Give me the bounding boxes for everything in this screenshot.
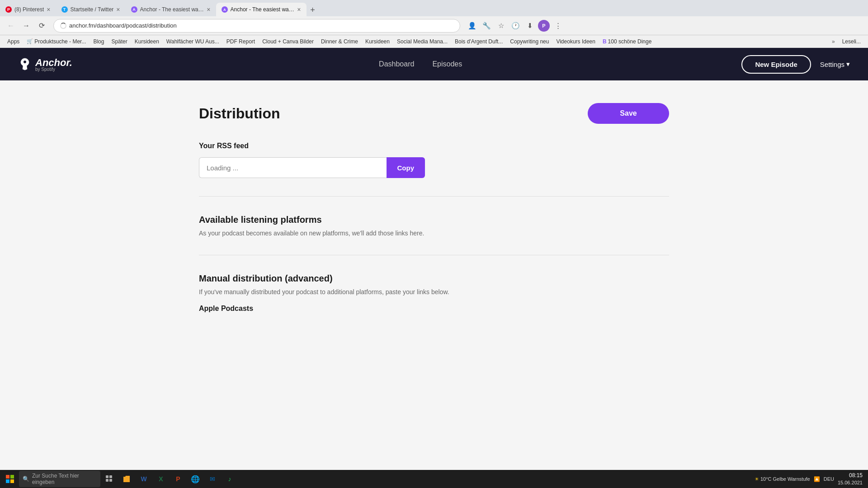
tab-close-active-icon[interactable]: × (297, 6, 301, 13)
rss-feed-input[interactable] (199, 157, 387, 178)
bookmark-videokurs[interactable]: Videokurs Ideen (553, 38, 598, 46)
browser-taskbar[interactable]: 🌐 (187, 471, 203, 487)
bookmark-wahl[interactable]: Wahlfächer WU Aus... (164, 38, 222, 46)
section-divider-1 (199, 196, 669, 197)
task-view-button[interactable] (101, 471, 118, 487)
bookmark-label: Videokurs Ideen (556, 38, 595, 45)
word-button[interactable]: W (136, 471, 152, 487)
user-avatar[interactable]: P (538, 20, 550, 32)
start-button[interactable] (2, 471, 18, 487)
new-tab-button[interactable]: + (307, 4, 319, 16)
platforms-title: Available listening platforms (199, 215, 669, 225)
bookmark-icon[interactable]: ☆ (495, 19, 507, 32)
tab-twitter[interactable]: T Startseite / Twitter × (56, 3, 126, 16)
nav-episodes[interactable]: Episodes (432, 60, 462, 68)
email-button[interactable]: ✉ (204, 471, 221, 487)
bookmark-kursideen1[interactable]: Kursideen (132, 38, 162, 46)
rss-feed-row: Copy (199, 157, 425, 178)
bookmark-apps[interactable]: Apps (5, 38, 22, 46)
bookmark-social[interactable]: Social Media Mana... (394, 38, 450, 46)
reload-button[interactable]: ⟳ (35, 19, 48, 32)
platforms-section: Available listening platforms As your po… (199, 215, 669, 237)
weather-temp: ☀ 10°C Gelbe Warnstufe (755, 476, 810, 482)
tab-title: Startseite / Twitter (71, 6, 114, 13)
bookmark-blog[interactable]: Blog (90, 38, 107, 46)
manual-section: Manual distribution (advanced) If you've… (199, 273, 669, 313)
main-content: Distribution Save Your RSS feed Copy Ava… (163, 80, 705, 353)
rss-section-label: Your RSS feed (199, 142, 669, 150)
search-taskbar[interactable]: 🔍 Zur Suche Text hier eingeben (19, 471, 100, 487)
tab-close-icon[interactable]: × (116, 6, 120, 13)
profile-icon[interactable]: 👤 (466, 19, 478, 32)
bookmark-kursideen2[interactable]: Kursideen (363, 38, 392, 46)
svg-rect-6 (10, 479, 14, 483)
bookmark-later[interactable]: Später (108, 38, 130, 46)
bookmark-leseli[interactable]: Leseli... (840, 38, 863, 46)
bookmark-label: Kursideen (365, 38, 390, 45)
page-header: Distribution Save (199, 103, 669, 124)
download-icon[interactable]: ⬇ (524, 19, 536, 32)
anchor-logo[interactable]: Anchor. by Spotify (18, 57, 72, 72)
taskbar-right: ☀ 10°C Gelbe Warnstufe 🔼 DEU 08:15 15.06… (755, 472, 866, 486)
tab-close-icon[interactable]: × (207, 6, 210, 13)
excel-button[interactable]: X (153, 471, 169, 487)
page-title: Distribution (199, 105, 280, 122)
logo-text: Anchor. (35, 57, 72, 68)
app-navbar: Anchor. by Spotify Dashboard Episodes Ne… (0, 48, 868, 80)
copy-button[interactable]: Copy (387, 157, 425, 178)
bookmark-label: Bois d'Argent Duft... (455, 38, 503, 45)
bookmark-copywriting[interactable]: Copywriting neu (507, 38, 552, 46)
history-icon[interactable]: 🕐 (509, 19, 522, 32)
bookmark-label: Dinner & Crime (321, 38, 358, 45)
svg-rect-5 (6, 479, 9, 483)
nav-dashboard[interactable]: Dashboard (379, 60, 414, 68)
anchor-logo-icon (18, 57, 32, 71)
nav-actions: New Episode Settings ▾ (741, 55, 850, 74)
tab-pinterest[interactable]: P (8) Pinterest × (0, 3, 56, 16)
rss-section: Your RSS feed Copy (199, 142, 669, 178)
bookmark-canva[interactable]: Cloud + Canva Bilder (259, 38, 316, 46)
manual-title: Manual distribution (advanced) (199, 273, 669, 284)
bookmark-100things[interactable]: B 100 schöne Dinge (600, 38, 654, 46)
toolbar-icons: 👤 🔧 ☆ 🕐 ⬇ P ⋮ (466, 19, 564, 32)
bookmark-produktsuche[interactable]: 🛒 Produktsuche - Mer... (24, 38, 89, 46)
file-explorer-button[interactable] (118, 471, 135, 487)
extensions-icon[interactable]: 🔧 (480, 19, 493, 32)
spotify-button[interactable]: ♪ (222, 471, 238, 487)
bookmark-label: Blog (93, 38, 104, 45)
bookmarks-more[interactable]: » (829, 38, 838, 46)
svg-rect-4 (10, 475, 14, 479)
browser-tabs: P (8) Pinterest × T Startseite / Twitter… (0, 0, 868, 16)
loading-indicator (60, 23, 66, 29)
svg-rect-3 (6, 475, 9, 479)
tab-title-active: Anchor - The easiest way to mai... (231, 6, 295, 13)
new-episode-button[interactable]: New Episode (741, 55, 811, 74)
language-indicator: DEU (824, 476, 834, 482)
bookmark-label: Cloud + Canva Bilder (262, 38, 314, 45)
tab-close-icon[interactable]: × (47, 6, 50, 13)
bookmark-pdf[interactable]: PDF Report (224, 38, 258, 46)
back-button[interactable]: ← (5, 19, 17, 32)
address-bar[interactable]: anchor.fm/dashboard/podcast/distribution (53, 19, 460, 33)
bookmark-dinner[interactable]: Dinner & Crime (318, 38, 361, 46)
save-button[interactable]: Save (588, 103, 669, 124)
forward-button[interactable]: → (20, 19, 33, 32)
bookmark-label: 100 schöne Dinge (608, 38, 652, 45)
windows-icon (6, 475, 14, 483)
nav-links: Dashboard Episodes (99, 60, 742, 68)
powerpoint-button[interactable]: P (170, 471, 186, 487)
settings-button[interactable]: Settings ▾ (820, 60, 850, 68)
bookmark-label: Kursideen (135, 38, 159, 45)
svg-rect-9 (106, 479, 108, 482)
svg-rect-10 (109, 479, 112, 482)
browser-toolbar: ← → ⟳ anchor.fm/dashboard/podcast/distri… (0, 16, 868, 35)
page-content: Anchor. by Spotify Dashboard Episodes Ne… (0, 48, 868, 488)
manual-description: If you've manually distributed your podc… (199, 288, 669, 296)
menu-icon[interactable]: ⋮ (552, 19, 564, 32)
browser-chrome: P (8) Pinterest × T Startseite / Twitter… (0, 0, 868, 48)
tab-anchor2-active[interactable]: A Anchor - The easiest way to mai... × (216, 3, 307, 16)
bookmark-label: Produktsuche - Mer... (34, 38, 86, 45)
bookmark-label: Später (111, 38, 127, 45)
bookmark-bois[interactable]: Bois d'Argent Duft... (452, 38, 505, 46)
tab-anchor1[interactable]: A Anchor - The easiest way to mai... × (126, 3, 216, 16)
